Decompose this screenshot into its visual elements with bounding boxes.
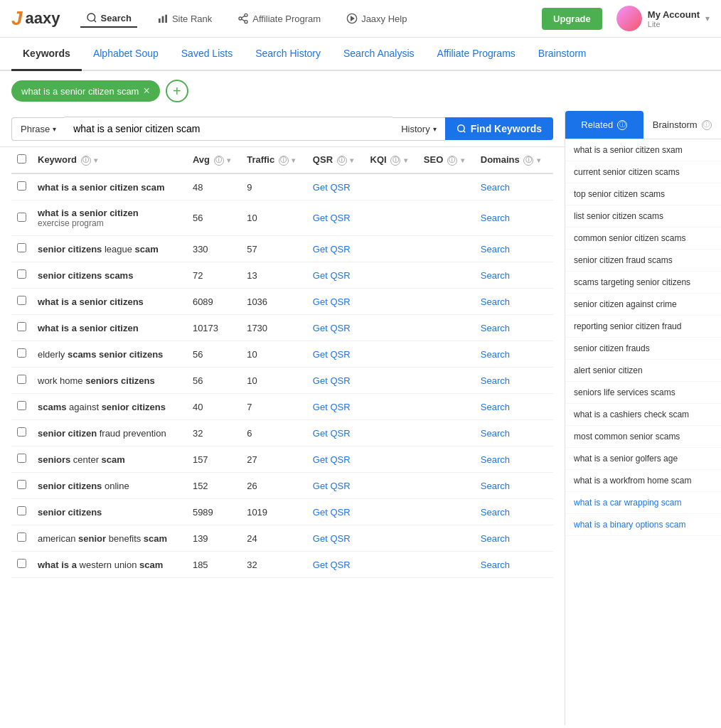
related-item[interactable]: what is a workfrom home scam: [565, 470, 721, 492]
row-checkbox[interactable]: [17, 296, 26, 305]
qsr-cell[interactable]: Get QSR: [307, 552, 365, 578]
tab-saved-lists[interactable]: Saved Lists: [170, 38, 244, 71]
related-item[interactable]: senior citizen frauds: [565, 338, 721, 360]
related-item[interactable]: senior citizen against crime: [565, 294, 721, 316]
brainstorm-info-icon[interactable]: ⓘ: [702, 120, 712, 130]
qsr-cell[interactable]: Get QSR: [307, 473, 365, 499]
nav-siterank[interactable]: Site Rank: [151, 10, 218, 27]
row-checkbox[interactable]: [17, 181, 26, 191]
row-checkbox[interactable]: [17, 348, 26, 358]
domains-cell[interactable]: Search: [475, 173, 553, 200]
kqi-sort-icon[interactable]: ▾: [404, 156, 407, 164]
related-item[interactable]: common senior citizen scams: [565, 228, 721, 250]
related-item[interactable]: list senior citizen scams: [565, 205, 721, 228]
domains-cell[interactable]: Search: [475, 473, 553, 499]
domains-cell[interactable]: Search: [475, 420, 553, 446]
row-checkbox[interactable]: [17, 454, 26, 463]
qsr-cell[interactable]: Get QSR: [307, 499, 365, 525]
related-item[interactable]: what is a senior golfers age: [565, 448, 721, 470]
related-item[interactable]: what is a cashiers check scam: [565, 404, 721, 426]
qsr-cell[interactable]: Get QSR: [307, 315, 365, 341]
related-info-icon[interactable]: ⓘ: [617, 120, 627, 130]
phrase-dropdown[interactable]: Phrase ▾: [11, 117, 65, 141]
seo-info-icon[interactable]: ⓘ: [447, 156, 457, 166]
domains-cell[interactable]: Search: [475, 341, 553, 368]
nav-search[interactable]: Search: [80, 9, 137, 28]
related-item[interactable]: what is a car wrapping scam: [565, 492, 721, 514]
related-item[interactable]: seniors life services scams: [565, 382, 721, 404]
history-dropdown[interactable]: History ▾: [392, 117, 444, 141]
traffic-sort-icon[interactable]: ▾: [292, 156, 295, 164]
qsr-cell[interactable]: Get QSR: [307, 368, 365, 394]
select-all-checkbox[interactable]: [17, 154, 26, 164]
qsr-cell[interactable]: Get QSR: [307, 525, 365, 552]
qsr-cell[interactable]: Get QSR: [307, 341, 365, 368]
row-checkbox[interactable]: [17, 427, 26, 437]
my-account[interactable]: My Account Lite ▾: [616, 6, 710, 31]
nav-help[interactable]: Jaaxy Help: [341, 10, 412, 27]
qsr-cell[interactable]: Get QSR: [307, 289, 365, 315]
row-checkbox[interactable]: [17, 480, 26, 489]
related-item[interactable]: what is a binary options scam: [565, 514, 721, 536]
tab-brainstorm[interactable]: Brainstorm: [527, 38, 598, 71]
keyword-sort-icon[interactable]: ▾: [94, 156, 97, 164]
domains-cell[interactable]: Search: [475, 499, 553, 525]
related-item[interactable]: alert senior citizen: [565, 360, 721, 382]
qsr-cell[interactable]: Get QSR: [307, 262, 365, 289]
qsr-cell[interactable]: Get QSR: [307, 420, 365, 446]
row-checkbox[interactable]: [17, 375, 26, 384]
tab-affiliate-programs[interactable]: Affiliate Programs: [426, 38, 527, 71]
qsr-cell[interactable]: Get QSR: [307, 394, 365, 420]
avg-sort-icon[interactable]: ▾: [227, 156, 230, 164]
qsr-cell[interactable]: Get QSR: [307, 236, 365, 262]
row-checkbox[interactable]: [17, 322, 26, 331]
qsr-info-icon[interactable]: ⓘ: [337, 156, 347, 166]
related-item[interactable]: current senior citizen scams: [565, 161, 721, 183]
traffic-info-icon[interactable]: ⓘ: [279, 156, 289, 166]
qsr-cell[interactable]: Get QSR: [307, 173, 365, 200]
domains-cell[interactable]: Search: [475, 552, 553, 578]
tab-keywords[interactable]: Keywords: [11, 38, 82, 71]
related-item[interactable]: senior citizen fraud scams: [565, 250, 721, 272]
add-tag-button[interactable]: +: [166, 80, 188, 102]
rpanel-tab-brainstorm[interactable]: Brainstorm ⓘ: [643, 111, 722, 139]
search-tag-close[interactable]: ×: [143, 85, 149, 97]
related-item[interactable]: scams targeting senior citizens: [565, 272, 721, 294]
related-item[interactable]: reporting senior citizen fraud: [565, 316, 721, 338]
tab-alphabet-soup[interactable]: Alphabet Soup: [82, 38, 170, 71]
related-item[interactable]: what is a senior citizen sxam: [565, 139, 721, 161]
domains-cell[interactable]: Search: [475, 315, 553, 341]
row-checkbox[interactable]: [17, 559, 26, 568]
domains-cell[interactable]: Search: [475, 289, 553, 315]
qsr-cell[interactable]: Get QSR: [307, 446, 365, 473]
logo[interactable]: Jaaxy: [11, 7, 60, 30]
domains-cell[interactable]: Search: [475, 236, 553, 262]
keyword-search-input[interactable]: [65, 117, 392, 141]
domains-cell[interactable]: Search: [475, 200, 553, 236]
tab-search-analysis[interactable]: Search Analysis: [332, 38, 426, 71]
avg-info-icon[interactable]: ⓘ: [214, 156, 224, 166]
domains-cell[interactable]: Search: [475, 368, 553, 394]
upgrade-button[interactable]: Upgrade: [542, 8, 602, 30]
qsr-sort-icon[interactable]: ▾: [350, 156, 353, 164]
row-checkbox[interactable]: [17, 213, 26, 222]
kqi-info-icon[interactable]: ⓘ: [390, 156, 400, 166]
find-keywords-button[interactable]: Find Keywords: [445, 117, 553, 140]
row-checkbox[interactable]: [17, 269, 26, 279]
domains-info-icon[interactable]: ⓘ: [523, 156, 533, 166]
domains-cell[interactable]: Search: [475, 394, 553, 420]
qsr-cell[interactable]: Get QSR: [307, 200, 365, 236]
nav-affiliate[interactable]: Affiliate Program: [232, 10, 326, 27]
keyword-info-icon[interactable]: ⓘ: [81, 156, 91, 166]
domains-sort-icon[interactable]: ▾: [537, 156, 540, 164]
domains-cell[interactable]: Search: [475, 262, 553, 289]
row-checkbox[interactable]: [17, 401, 26, 410]
domains-cell[interactable]: Search: [475, 525, 553, 552]
seo-sort-icon[interactable]: ▾: [461, 156, 464, 164]
related-item[interactable]: top senior citizen scams: [565, 183, 721, 205]
row-checkbox[interactable]: [17, 243, 26, 252]
row-checkbox[interactable]: [17, 532, 26, 542]
related-item[interactable]: most common senior scams: [565, 426, 721, 448]
rpanel-tab-related[interactable]: Related ⓘ: [565, 111, 643, 139]
row-checkbox[interactable]: [17, 506, 26, 515]
